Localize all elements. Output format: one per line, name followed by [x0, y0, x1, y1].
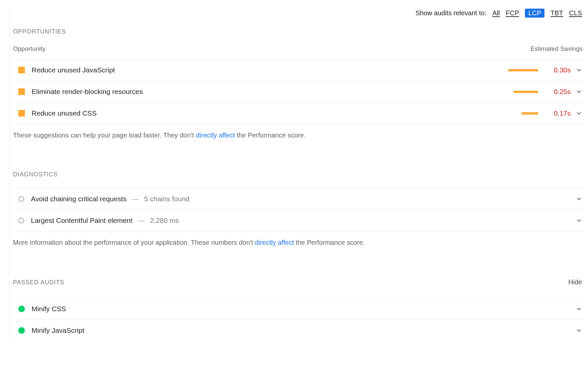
opportunities-section: OPPORTUNITIES Opportunity Estimated Savi…	[13, 28, 585, 139]
diagnostics-note: More information about the performance o…	[13, 231, 585, 246]
chevron-down-icon	[575, 66, 583, 74]
chevron-down-icon	[575, 217, 583, 224]
chevron-down-icon	[575, 88, 583, 95]
square-average-icon	[18, 67, 25, 73]
col-savings: Estimated Savings	[531, 45, 583, 52]
passed-row[interactable]: Minify CSS	[13, 298, 585, 320]
chevron-down-icon	[575, 305, 583, 313]
diagnostic-title: Largest Contentful Paint element	[31, 217, 133, 225]
opportunities-columns: Opportunity Estimated Savings	[13, 45, 585, 59]
savings-value: 0.17s	[547, 109, 571, 117]
passed-title: Minify CSS	[32, 305, 575, 313]
opportunity-title: Reduce unused CSS	[32, 109, 498, 117]
audit-filter-row: Show audits relevant to: All FCP LCP TBT…	[13, 7, 585, 28]
passed-audits-heading: PASSED AUDITS	[13, 279, 64, 286]
diagnostics-section: DIAGNOSTICS Avoid chaining critical requ…	[13, 171, 585, 246]
square-average-icon	[18, 110, 25, 117]
diagnostic-detail: 2,280 ms	[150, 217, 179, 225]
savings-value: 0.25s	[547, 88, 571, 96]
passed-title: Minify JavaScript	[32, 326, 575, 334]
separator: —	[138, 217, 145, 225]
circle-info-icon	[18, 196, 24, 202]
filter-cls[interactable]: CLS	[569, 9, 582, 17]
filter-lcp[interactable]: LCP	[525, 9, 544, 18]
hide-passed-button[interactable]: Hide	[568, 278, 582, 286]
savings-bar	[498, 112, 538, 115]
dot-pass-icon	[18, 327, 25, 334]
opportunity-row[interactable]: Reduce unused JavaScript 0.30s	[13, 59, 585, 81]
opportunities-note: These suggestions can help your page loa…	[13, 124, 585, 139]
opportunities-heading: OPPORTUNITIES	[13, 28, 585, 35]
chevron-down-icon	[575, 327, 583, 334]
col-opportunity: Opportunity	[13, 45, 46, 52]
savings-value: 0.30s	[547, 66, 571, 74]
dot-pass-icon	[18, 306, 25, 312]
square-average-icon	[18, 88, 25, 95]
chevron-down-icon	[575, 195, 583, 203]
savings-bar	[498, 91, 538, 93]
filter-tbt[interactable]: TBT	[550, 9, 563, 17]
chevron-down-icon	[575, 110, 583, 117]
diagnostic-row[interactable]: Avoid chaining critical requests — 5 cha…	[13, 188, 585, 210]
opportunity-row[interactable]: Eliminate render-blocking resources 0.25…	[13, 81, 585, 103]
opportunity-row[interactable]: Reduce unused CSS 0.17s	[13, 103, 585, 124]
diagnostic-row[interactable]: Largest Contentful Paint element — 2,280…	[13, 210, 585, 231]
filter-fcp[interactable]: FCP	[506, 9, 519, 17]
diagnostics-heading: DIAGNOSTICS	[13, 171, 585, 178]
filter-label: Show audits relevant to:	[416, 9, 486, 17]
diagnostic-title: Avoid chaining critical requests	[31, 195, 127, 203]
opportunity-title: Reduce unused JavaScript	[32, 66, 498, 74]
diagnostic-detail: 5 chains found	[144, 195, 190, 203]
filter-all[interactable]: All	[492, 9, 500, 17]
savings-bar	[498, 69, 538, 71]
passed-row[interactable]: Minify JavaScript	[13, 320, 585, 341]
separator: —	[132, 195, 139, 203]
circle-info-icon	[18, 218, 24, 224]
directly-affect-link[interactable]: directly affect	[255, 239, 294, 246]
passed-audits-section: PASSED AUDITS Hide Minify CSS Minify Jav…	[13, 278, 585, 341]
opportunity-title: Eliminate render-blocking resources	[32, 88, 498, 96]
directly-affect-link[interactable]: directly affect	[196, 132, 235, 139]
